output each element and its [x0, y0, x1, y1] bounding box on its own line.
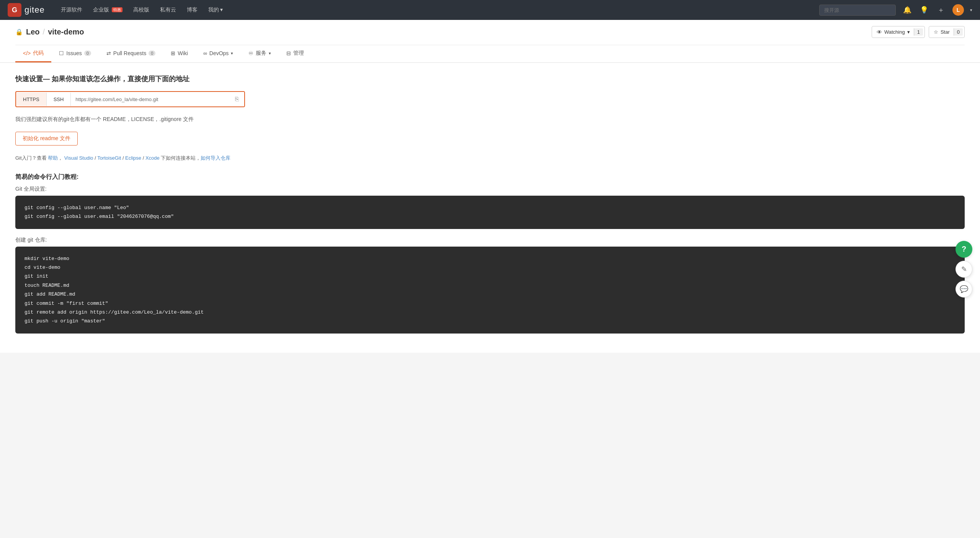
watch-label: Watching — [884, 29, 905, 35]
edit-icon: ✎ — [961, 265, 967, 273]
logo-icon: G — [8, 3, 21, 17]
star-button[interactable]: ☆ Star 0 — [929, 26, 965, 38]
nav-right: 🔔 💡 ＋ L ▾ — [819, 4, 972, 16]
repo-title: 🔒 Leo / vite-demo — [15, 28, 84, 36]
tab-services-label: 服务 — [256, 50, 266, 57]
repo-title-row: 🔒 Leo / vite-demo 👁 Watching ▾ 1 ☆ Star … — [15, 26, 965, 43]
chat-float-button[interactable]: 💬 — [956, 281, 972, 298]
lamp-icon[interactable]: 💡 — [919, 6, 929, 14]
tab-wiki[interactable]: ⊞ Wiki — [163, 45, 195, 62]
tab-pr-label: Pull Requests — [113, 50, 146, 56]
tab-code-label: 代码 — [33, 50, 44, 57]
logo[interactable]: G gitee — [8, 3, 45, 17]
global-config-label: Git 全局设置: — [15, 186, 965, 193]
tab-manage[interactable]: ⊟ 管理 — [279, 45, 312, 62]
create-repo-code: mkdir vite-demo cd vite-demo git init to… — [15, 247, 965, 334]
devops-icon: ∞ — [203, 50, 207, 56]
tab-services[interactable]: ♾ 服务 — [241, 45, 279, 62]
copy-button[interactable]: ⎘ — [230, 92, 244, 106]
clone-url-box: HTTPS SSH ⎘ — [15, 91, 245, 107]
star-count: 0 — [954, 28, 963, 36]
avatar-dropdown-icon[interactable]: ▾ — [970, 8, 972, 13]
edit-float-button[interactable]: ✎ — [956, 261, 972, 278]
top-navigation: G gitee 开源软件 企业版 特惠 高校版 私有云 博客 我的 ▾ 🔔 💡 … — [0, 0, 980, 20]
eclipse-link[interactable]: Eclipse — [125, 155, 141, 161]
tab-manage-label: 管理 — [293, 50, 304, 57]
main-content: 快速设置— 如果你知道该怎么操作，直接使用下面的地址 HTTPS SSH ⎘ 我… — [0, 63, 980, 353]
ssh-button[interactable]: SSH — [47, 93, 71, 106]
create-repo-label: 创建 git 仓库: — [15, 237, 965, 244]
tab-wiki-label: Wiki — [178, 50, 188, 56]
global-config-code: git config --global user.name "Leo" git … — [15, 196, 965, 229]
pr-badge: 0 — [149, 51, 155, 56]
issues-icon: ☐ — [59, 50, 64, 56]
plus-icon[interactable]: ＋ — [936, 5, 946, 15]
import-link[interactable]: 如何导入仓库 — [201, 155, 230, 161]
wiki-icon: ⊞ — [171, 50, 175, 56]
nav-link-opensource[interactable]: 开源软件 — [56, 4, 87, 16]
watch-count: 1 — [914, 28, 923, 36]
tutorial-title: 简易的命令行入门教程: — [15, 173, 965, 181]
code-icon: </> — [23, 50, 31, 56]
repo-tabs: </> 代码 ☐ Issues 0 ⇄ Pull Requests 0 ⊞ Wi… — [15, 45, 965, 62]
search-input[interactable] — [819, 5, 896, 16]
enterprise-badge: 特惠 — [112, 7, 122, 12]
readme-suggestion-text: 我们强烈建议所有的git仓库都有一个 README，LICENSE，.gitig… — [15, 115, 965, 124]
eye-icon: 👁 — [877, 29, 882, 35]
watch-button[interactable]: 👁 Watching ▾ 1 — [872, 26, 925, 38]
avatar[interactable]: L — [952, 4, 964, 16]
quick-setup-title: 快速设置— 如果你知道该怎么操作，直接使用下面的地址 — [15, 74, 965, 83]
title-separator: / — [43, 28, 45, 36]
help-float-button[interactable]: ? — [956, 241, 972, 258]
https-button[interactable]: HTTPS — [16, 93, 47, 106]
xcode-link[interactable]: Xcode — [145, 155, 160, 161]
init-readme-button[interactable]: 初始化 readme 文件 — [15, 132, 78, 146]
repo-header: 🔒 Leo / vite-demo 👁 Watching ▾ 1 ☆ Star … — [0, 20, 980, 63]
issues-badge: 0 — [84, 51, 91, 56]
nav-link-enterprise[interactable]: 企业版 特惠 — [88, 4, 127, 16]
tab-issues-label: Issues — [66, 50, 82, 56]
clone-url-input[interactable] — [71, 93, 230, 106]
chat-icon: 💬 — [960, 285, 968, 293]
watch-dropdown-icon: ▾ — [907, 29, 910, 35]
star-icon: ☆ — [934, 29, 938, 35]
tab-pullrequests[interactable]: ⇄ Pull Requests 0 — [99, 45, 163, 62]
help-text: Git入门？查看 帮助， Visual Studio / TortoiseGit… — [15, 155, 965, 162]
floating-buttons: ? ✎ 💬 — [956, 241, 972, 298]
tab-devops[interactable]: ∞ DevOps — [196, 45, 241, 62]
help-link[interactable]: 帮助 — [48, 155, 58, 161]
manage-icon: ⊟ — [286, 50, 291, 56]
tab-issues[interactable]: ☐ Issues 0 — [51, 45, 99, 62]
pr-icon: ⇄ — [106, 50, 111, 56]
tab-devops-label: DevOps — [209, 50, 229, 56]
repo-actions: 👁 Watching ▾ 1 ☆ Star 0 — [872, 26, 965, 38]
visualstudio-link[interactable]: Visual Studio — [64, 155, 93, 161]
repo-owner-link[interactable]: Leo — [26, 28, 40, 36]
nav-link-university[interactable]: 高校版 — [129, 4, 154, 16]
nav-link-privatecloud[interactable]: 私有云 — [155, 4, 181, 16]
repo-name-link[interactable]: vite-demo — [48, 28, 84, 36]
star-label: Star — [941, 29, 950, 35]
nav-link-mine[interactable]: 我的 ▾ — [204, 4, 228, 16]
nav-link-blog[interactable]: 博客 — [182, 4, 202, 16]
tab-code[interactable]: </> 代码 — [15, 45, 51, 62]
services-icon: ♾ — [248, 50, 253, 56]
tortoisegit-link[interactable]: TortoiseGit — [97, 155, 121, 161]
lock-icon: 🔒 — [15, 28, 23, 36]
logo-text: gitee — [24, 5, 45, 15]
notification-icon[interactable]: 🔔 — [902, 6, 913, 14]
nav-links: 开源软件 企业版 特惠 高校版 私有云 博客 我的 ▾ — [56, 4, 819, 16]
